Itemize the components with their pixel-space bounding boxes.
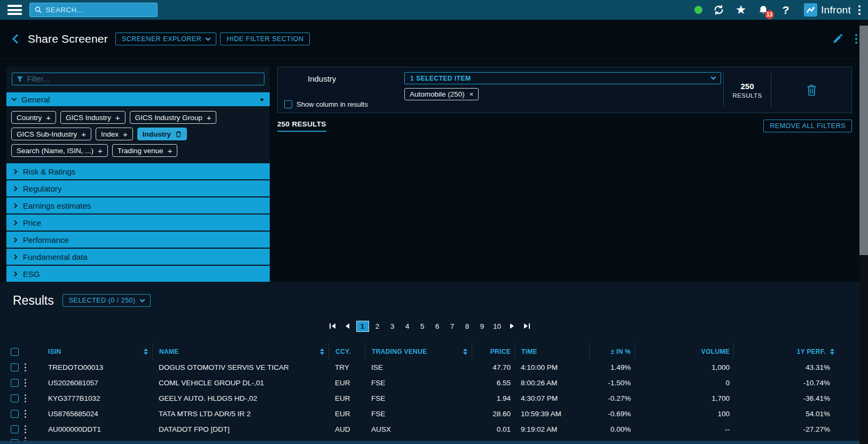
infront-logo-icon <box>804 3 817 17</box>
row-menu-icon[interactable] <box>25 394 26 402</box>
row-checkbox[interactable] <box>11 425 19 433</box>
trash-icon[interactable] <box>175 131 182 138</box>
page-title-bar: Share Screener SCREENER EXPLORER HIDE FI… <box>0 20 868 59</box>
favorites-star-icon[interactable]: ★ <box>733 3 748 18</box>
chevron-down-icon <box>139 297 145 302</box>
filter-result-count: 250 RESULTS <box>723 73 771 107</box>
column-header-trading-venue[interactable]: TRADING VENUE <box>365 344 472 360</box>
connection-status-icon <box>694 6 702 14</box>
column-header-change[interactable]: ± IN % <box>589 344 635 360</box>
row-checkbox[interactable] <box>11 379 19 387</box>
page-button-7[interactable]: 7 <box>446 321 459 332</box>
table-row[interactable]: US8765685024 TATA MTRS LTD ADR/5 IR 2 EU… <box>6 406 859 422</box>
last-page-icon <box>524 323 528 329</box>
row-menu-icon[interactable] <box>25 379 26 387</box>
table-header-row: ISIN NAME CCY. TRADING VENUE PRICE TIME … <box>6 344 859 360</box>
infront-brand: Infront <box>804 3 851 17</box>
page-button-5[interactable]: 5 <box>416 321 429 332</box>
industry-select-dropdown[interactable]: 1 SELECTED ITEM <box>404 72 721 84</box>
page-button-4[interactable]: 4 <box>401 321 414 332</box>
chip-trading-venue[interactable]: Trading venue+ <box>112 144 178 157</box>
search-input[interactable] <box>46 6 152 14</box>
sort-icon <box>830 348 834 355</box>
global-search[interactable] <box>29 3 158 17</box>
show-column-checkbox[interactable] <box>284 100 292 108</box>
page-button-1[interactable]: 1 <box>356 321 369 332</box>
filter-section: General ● Country+ GICS Industry+ GICS I… <box>0 59 859 282</box>
table-row[interactable]: TREDOTO00013 DOGUS OTOMOTIV SERVIS VE TI… <box>6 360 859 375</box>
next-page-button[interactable] <box>506 321 519 332</box>
column-header-volume[interactable]: VOLUME <box>635 344 733 360</box>
table-row[interactable]: US2026081057 COML VEHICLE GROUP DL-,01 E… <box>6 375 859 391</box>
page-overflow-menu-icon[interactable] <box>855 34 857 44</box>
column-header-isin[interactable]: ISIN <box>37 344 152 360</box>
column-header-name[interactable]: NAME <box>152 344 329 360</box>
vertical-scrollbar-track[interactable] <box>859 20 868 444</box>
row-menu-icon[interactable] <box>25 425 26 433</box>
topbar-overflow-menu-icon[interactable] <box>858 5 861 15</box>
page-button-6[interactable]: 6 <box>431 321 444 332</box>
add-icon: + <box>207 114 212 122</box>
row-menu-icon[interactable] <box>25 363 26 371</box>
accordion-risk-ratings[interactable]: Risk & Ratings <box>6 163 270 179</box>
first-page-button[interactable] <box>326 321 339 332</box>
chevron-down-icon <box>711 75 716 80</box>
category-filter-input[interactable] <box>27 75 260 83</box>
results-section: Results SELECTED (0 / 250) 1 2 3 4 5 6 7… <box>0 282 859 444</box>
back-icon[interactable] <box>11 33 20 45</box>
column-header-time[interactable]: TIME <box>514 344 589 360</box>
category-filter-field[interactable] <box>12 73 264 85</box>
select-all-checkbox[interactable] <box>11 348 19 356</box>
accordion-earnings-estimates[interactable]: Earnings estimates <box>6 197 270 213</box>
remove-all-filters-button[interactable]: REMOVE ALL FILTERS <box>763 120 852 132</box>
table-row[interactable]: KYG3777B1032 GEELY AUTO. HLDGS HD-,02 EU… <box>6 391 859 406</box>
hide-filter-section-button[interactable]: HIDE FILTER SECTION <box>220 33 310 45</box>
page-button-2[interactable]: 2 <box>371 321 384 332</box>
delete-filter-button[interactable] <box>771 67 851 113</box>
results-count-link[interactable]: 250 RESULTS <box>277 120 326 132</box>
add-icon: + <box>81 130 86 138</box>
chip-gics-industry-group[interactable]: GICS Industry Group+ <box>130 111 217 124</box>
page-button-8[interactable]: 8 <box>461 321 474 332</box>
column-header-1y-perf[interactable]: 1Y PERF. <box>733 344 859 360</box>
funnel-icon <box>17 76 23 83</box>
column-header-ccy[interactable]: CCY. <box>329 344 365 360</box>
accordion-fundamental-data[interactable]: Fundamental data <box>6 249 270 265</box>
row-checkbox[interactable] <box>11 394 19 402</box>
selected-value-chip[interactable]: Automobile (250) × <box>404 88 479 100</box>
table-row[interactable]: AU000000DDT1 DATADOT FPO [DDT] AUD AUSX … <box>6 422 859 437</box>
add-icon: + <box>46 114 51 122</box>
results-table: ISIN NAME CCY. TRADING VENUE PRICE TIME … <box>0 344 859 443</box>
row-checkbox[interactable] <box>11 363 19 371</box>
chip-industry-selected[interactable]: Industry <box>137 128 187 140</box>
last-page-button[interactable] <box>521 321 534 332</box>
edit-pencil-icon[interactable] <box>832 33 843 45</box>
page-button-3[interactable]: 3 <box>386 321 399 332</box>
chevron-down-icon <box>12 96 17 101</box>
column-header-price[interactable]: PRICE <box>472 344 514 360</box>
chip-gics-sub-industry[interactable]: GICS Sub-Industry+ <box>11 128 91 140</box>
vertical-scrollbar-thumb[interactable] <box>859 26 868 255</box>
accordion-performance[interactable]: Performance <box>6 232 270 248</box>
notifications-bell-icon[interactable]: 13 <box>756 3 771 18</box>
accordion-regulatory[interactable]: Regulatory <box>6 180 270 196</box>
chip-gics-industry[interactable]: GICS Industry+ <box>60 111 126 124</box>
remove-chip-icon[interactable]: × <box>470 90 474 98</box>
chip-country[interactable]: Country+ <box>11 111 56 124</box>
accordion-esg[interactable]: ESG <box>6 266 270 282</box>
page-button-9[interactable]: 9 <box>476 321 489 332</box>
row-menu-icon[interactable] <box>25 410 26 418</box>
chip-search-name-isin[interactable]: Search (Name, ISIN, ...)+ <box>11 144 108 157</box>
page-button-10[interactable]: 10 <box>491 321 504 332</box>
menu-icon[interactable] <box>7 5 22 15</box>
screener-explorer-button[interactable]: SCREENER EXPLORER <box>115 33 217 45</box>
chip-index[interactable]: Index+ <box>96 128 133 140</box>
horizontal-scrollbar[interactable] <box>0 441 859 444</box>
refresh-icon[interactable] <box>711 3 726 18</box>
help-icon[interactable]: ? <box>778 3 793 18</box>
row-checkbox[interactable] <box>11 410 19 418</box>
selected-rows-dropdown[interactable]: SELECTED (0 / 250) <box>62 294 151 307</box>
accordion-price[interactable]: Price <box>6 215 270 231</box>
prev-page-button[interactable] <box>341 321 354 332</box>
accordion-general[interactable]: General ● <box>6 92 270 106</box>
